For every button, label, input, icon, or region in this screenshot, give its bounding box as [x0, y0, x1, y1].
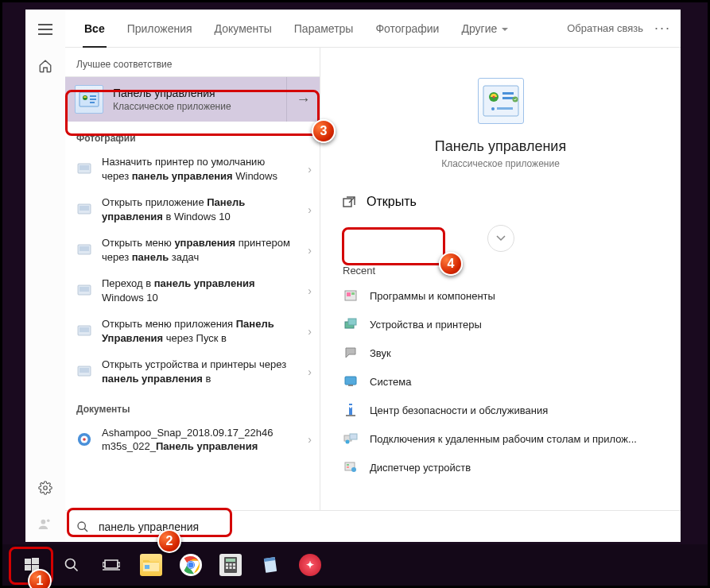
- recent-item[interactable]: Устройства и принтеры: [320, 310, 681, 338]
- expand-detail-button[interactable]: [487, 225, 514, 252]
- search-icon: [76, 520, 89, 533]
- recent-item-label: Система: [370, 376, 411, 388]
- detail-subtitle: Классическое приложение: [441, 158, 560, 169]
- recent-item-label: Звук: [370, 347, 391, 359]
- recent-item[interactable]: Программы и компоненты: [320, 281, 681, 310]
- tab-docs[interactable]: Документы: [205, 10, 281, 48]
- more-options[interactable]: ···: [654, 20, 671, 37]
- section-documents: Документы: [65, 393, 320, 420]
- svg-point-62: [188, 563, 194, 568]
- feedback-link[interactable]: Обратная связь: [567, 22, 643, 34]
- results-list: Лучшее соответствие Панель управления Кл…: [65, 48, 320, 510]
- svg-rect-19: [80, 368, 89, 373]
- svg-rect-46: [347, 466, 349, 468]
- svg-point-48: [78, 522, 85, 529]
- result-text: Открыть меню приложения Панель Управлени…: [102, 317, 310, 345]
- recent-item[interactable]: Звук: [320, 338, 681, 367]
- search-result[interactable]: Открыть меню управления принтером через …: [65, 230, 320, 270]
- open-action[interactable]: Открыть: [320, 187, 681, 217]
- svg-rect-17: [80, 327, 89, 332]
- svg-rect-9: [80, 165, 89, 170]
- left-rail: [25, 10, 65, 542]
- document-result[interactable]: Ashampoo_Snap_2018.09.17_22h46m35s_022_П…: [65, 420, 320, 460]
- svg-rect-42: [350, 434, 357, 439]
- search-taskbar-icon[interactable]: [55, 548, 88, 582]
- result-text: Открыть меню управления принтером через …: [102, 236, 310, 264]
- svg-rect-29: [497, 107, 513, 110]
- recent-item[interactable]: Подключения к удаленным рабочим столам и…: [320, 424, 681, 453]
- svg-rect-66: [230, 563, 232, 566]
- search-result[interactable]: Переход в панель управления Windows 10›: [65, 270, 320, 311]
- result-text: Переход в панель управления Windows 10: [102, 277, 310, 304]
- open-icon: [343, 196, 355, 207]
- svg-rect-33: [347, 292, 351, 296]
- chrome-icon[interactable]: [174, 548, 208, 582]
- control-panel-icon: [75, 85, 103, 114]
- search-field[interactable]: [65, 510, 681, 542]
- svg-rect-7: [90, 102, 95, 103]
- recent-item[interactable]: Система: [320, 367, 681, 396]
- section-best-match: Лучшее соответствие: [65, 48, 320, 77]
- search-result[interactable]: Назначить принтер по умолчанию через пан…: [65, 149, 320, 189]
- search-input[interactable]: [99, 520, 669, 533]
- best-match-item[interactable]: Панель управления Классическое приложени…: [65, 77, 320, 122]
- chevron-right-icon: ›: [308, 203, 312, 216]
- hamburger-menu[interactable]: [38, 24, 52, 35]
- tab-all[interactable]: Все: [75, 10, 114, 48]
- tab-more[interactable]: Другие: [452, 10, 518, 48]
- chevron-right-icon: ›: [308, 163, 312, 176]
- svg-point-47: [351, 467, 356, 472]
- svg-rect-50: [32, 558, 39, 564]
- recent-heading: Recent: [320, 252, 681, 281]
- home-icon[interactable]: [38, 59, 52, 73]
- tab-photos[interactable]: Фотографии: [366, 10, 448, 48]
- recent-item[interactable]: Диспетчер устройств: [320, 453, 681, 482]
- section-photos: Фотографии: [65, 122, 320, 149]
- search-result[interactable]: Открыть меню приложения Панель Управлени…: [65, 311, 320, 351]
- svg-point-1: [41, 520, 46, 524]
- task-view-icon[interactable]: [95, 548, 128, 582]
- svg-rect-38: [348, 385, 353, 386]
- svg-rect-55: [103, 563, 105, 567]
- svg-rect-15: [80, 287, 89, 292]
- tab-settings[interactable]: Параметры: [285, 10, 363, 48]
- expand-arrow-icon[interactable]: →: [286, 77, 320, 122]
- detail-title: Панель управления: [435, 138, 566, 155]
- file-explorer-icon[interactable]: [134, 548, 168, 582]
- recent-item-icon: [343, 346, 359, 360]
- svg-rect-54: [105, 560, 118, 568]
- taskbar: ✦: [2, 544, 708, 586]
- calculator-icon[interactable]: [214, 548, 247, 582]
- svg-rect-5: [90, 95, 96, 97]
- recent-item-icon: [343, 317, 359, 331]
- search-result[interactable]: Открыть устройства и принтеры через пане…: [65, 351, 320, 392]
- settings-icon[interactable]: [38, 481, 52, 495]
- document-result-text: Ashampoo_Snap_2018.09.17_22h46m35s_022_П…: [102, 426, 292, 454]
- svg-rect-52: [32, 565, 39, 572]
- svg-rect-64: [226, 559, 235, 562]
- search-tabs: Все Приложения Документы Параметры Фотог…: [65, 10, 681, 48]
- tab-apps[interactable]: Приложения: [118, 10, 202, 48]
- svg-point-25: [492, 96, 495, 99]
- search-result[interactable]: Открыть приложение Панель управления в W…: [65, 189, 320, 230]
- result-icon: [76, 243, 92, 257]
- result-text: Открыть устройства и принтеры через пане…: [102, 358, 310, 385]
- recent-item[interactable]: Центр безопасности и обслуживания: [320, 396, 681, 424]
- result-text: Открыть приложение Панель управления в W…: [102, 195, 310, 223]
- chevron-right-icon: ›: [308, 366, 312, 378]
- account-icon[interactable]: [38, 517, 52, 531]
- recent-item-label: Устройства и принтеры: [370, 319, 482, 331]
- best-match-title: Панель управления: [113, 87, 231, 99]
- chevron-right-icon: ›: [308, 244, 312, 257]
- svg-rect-67: [233, 563, 235, 566]
- svg-rect-6: [90, 99, 96, 100]
- app-icon[interactable]: ✦: [293, 548, 327, 582]
- svg-rect-51: [25, 565, 31, 571]
- start-button[interactable]: [15, 548, 48, 582]
- recent-item-icon: [343, 403, 359, 417]
- svg-point-2: [47, 519, 50, 522]
- svg-rect-40: [346, 415, 355, 416]
- chevron-right-icon: ›: [308, 284, 312, 297]
- notepad-icon[interactable]: [254, 548, 287, 582]
- result-icon: [76, 203, 92, 217]
